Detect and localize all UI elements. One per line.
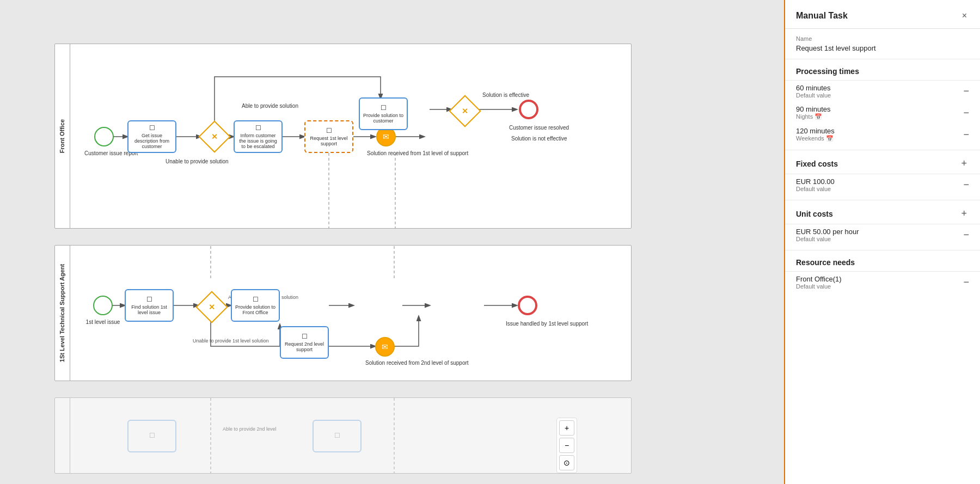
gateway-1-label-1: Unable to provide solution <box>166 158 215 164</box>
msg-event-2-label: Solution received from 2nd level of supp… <box>365 360 414 366</box>
proc-value-3: 120 minutes <box>796 127 835 135</box>
zoom-in-button[interactable]: + <box>559 420 574 436</box>
name-label: Name <box>796 35 969 42</box>
start-event-1[interactable] <box>94 127 114 146</box>
pool-3-label <box>55 398 70 473</box>
pool-front-office-content: Customer issue report ☐ Get issue descri… <box>70 44 631 228</box>
pool-support-agent: 1St Level Technical Support Agent <box>54 245 632 381</box>
start-event-2-label: 1st level issue <box>83 319 122 325</box>
task-inform-customer[interactable]: ☐ Inform customer the issue is going to … <box>234 120 283 153</box>
gateway-2-label-1: Solution is effective <box>481 92 530 98</box>
msg-send-label: Solution received from 1st level of supp… <box>367 150 411 156</box>
end-event-2[interactable] <box>518 296 537 315</box>
resource-sublabel-1: Default value <box>796 283 842 290</box>
right-panel: Manual Task × Name Request 1st level sup… <box>784 0 980 484</box>
zoom-out-button[interactable]: − <box>559 438 574 453</box>
gateway-2-label-2: Solution is not effective <box>511 136 560 142</box>
start-event-1-label: Customer issue report <box>84 150 124 156</box>
proc-sublabel-2: Nights 📅 <box>796 113 831 120</box>
processing-row-1: 60 minutes Default value − <box>785 81 980 102</box>
processing-row-2: 90 minutes Nights 📅 − <box>785 102 980 124</box>
task-icon-2: ☐ <box>255 124 261 132</box>
unit-cost-minus-1[interactable]: − <box>963 229 969 241</box>
task-partial-2[interactable]: ☐ <box>313 420 362 452</box>
proc-value-2: 90 minutes <box>796 105 831 113</box>
zoom-controls: + − ⊙ <box>556 418 577 473</box>
svg-text:Able to provide 2nd level: Able to provide 2nd level <box>223 426 277 432</box>
panel-close-button[interactable]: × <box>960 9 969 23</box>
panel-title: Manual Task <box>796 11 848 21</box>
svg-text:Unable to provide 1st level so: Unable to provide 1st level solution <box>193 338 269 344</box>
panel-header: Manual Task × <box>785 0 980 29</box>
resource-value-1: Front Office(1) <box>796 275 842 283</box>
proc-value-1: 60 minutes <box>796 84 831 92</box>
processing-times-header: Processing times <box>785 59 980 81</box>
end-event-2-label: Issue handled by 1st level support <box>506 321 550 327</box>
resource-needs-header: Resource needs <box>785 250 980 272</box>
proc-minus-3[interactable]: − <box>963 129 969 140</box>
gateway-2[interactable]: ✕ <box>451 97 479 125</box>
fixed-costs-title: Fixed costs <box>796 160 838 168</box>
task-icon-1: ☐ <box>149 124 155 132</box>
task-request-1st-level[interactable]: ☐ Request 1st level support <box>304 120 353 153</box>
unit-costs-add-button[interactable]: + <box>959 208 969 219</box>
resource-minus-1[interactable]: − <box>963 277 969 288</box>
resource-needs-row-1: Front Office(1) Default value − <box>785 272 980 293</box>
pool-front-office: Front Office <box>54 44 632 229</box>
gateway-1[interactable]: ✕ <box>201 123 228 150</box>
end-event-1[interactable] <box>519 100 538 119</box>
name-value: Request 1st level support <box>796 44 969 52</box>
task-icon-3: ☐ <box>381 104 387 112</box>
pool-support-agent-content: Able to provide 1st level solution Unabl… <box>70 246 631 381</box>
unit-costs-row-1: EUR 50.00 per hour Default value − <box>785 224 980 250</box>
task-icon-selected: ☐ <box>326 127 332 134</box>
fixed-cost-value-1: EUR 100.00 <box>796 177 835 186</box>
pool-front-office-label: Front Office <box>55 44 70 228</box>
task-request-2nd-level[interactable]: ☐ Request 2nd level support <box>280 326 329 359</box>
task-provide-solution[interactable]: ☐ Provide solution to customer <box>359 97 408 130</box>
canvas-area: Front Office <box>0 0 784 484</box>
task-find-solution[interactable]: ☐ Find solution 1st level issue <box>125 289 174 322</box>
proc-sublabel-3: Weekends 📅 <box>796 135 835 142</box>
gateway-1-label-2: Able to provide solution <box>242 103 296 109</box>
start-event-2[interactable] <box>93 296 113 315</box>
pool-support-agent-label: 1St Level Technical Support Agent <box>55 246 70 381</box>
panel-name-section: Name Request 1st level support <box>785 29 980 59</box>
unit-cost-value-1: EUR 50.00 per hour <box>796 228 859 236</box>
gateway-3[interactable]: ✕ <box>198 293 225 321</box>
unit-cost-sublabel-1: Default value <box>796 236 859 242</box>
proc-sublabel-1: Default value <box>796 92 831 99</box>
msg-event-2[interactable]: ✉ <box>375 337 395 357</box>
proc-minus-2[interactable]: − <box>963 107 969 119</box>
task-partial[interactable]: ☐ <box>127 420 176 452</box>
fixed-costs-header: Fixed costs + <box>785 150 980 174</box>
end-event-1-label: Customer issue resolved <box>509 125 548 131</box>
fixed-cost-minus-1[interactable]: − <box>963 179 969 191</box>
proc-minus-1[interactable]: − <box>963 85 969 97</box>
diagram-container: Front Office <box>54 11 642 479</box>
unit-costs-header: Unit costs + <box>785 200 980 224</box>
fixed-costs-row-1: EUR 100.00 Default value − <box>785 174 980 200</box>
processing-times-title: Processing times <box>796 67 859 76</box>
task-provide-solution-2[interactable]: ☐ Provide solution to Front Office <box>231 289 280 322</box>
unit-costs-title: Unit costs <box>796 210 833 218</box>
pool-3: Able to provide 2nd level ☐ ☐ <box>54 397 632 474</box>
processing-row-3: 120 minutes Weekends 📅 − <box>785 124 980 150</box>
pool-3-content: Able to provide 2nd level ☐ ☐ <box>70 398 631 473</box>
fixed-costs-add-button[interactable]: + <box>959 158 969 169</box>
task-get-issue[interactable]: ☐ Get issue description from customer <box>127 120 176 153</box>
fixed-cost-sublabel-1: Default value <box>796 186 835 192</box>
resource-needs-title: Resource needs <box>796 258 855 267</box>
zoom-fit-button[interactable]: ⊙ <box>559 455 574 470</box>
